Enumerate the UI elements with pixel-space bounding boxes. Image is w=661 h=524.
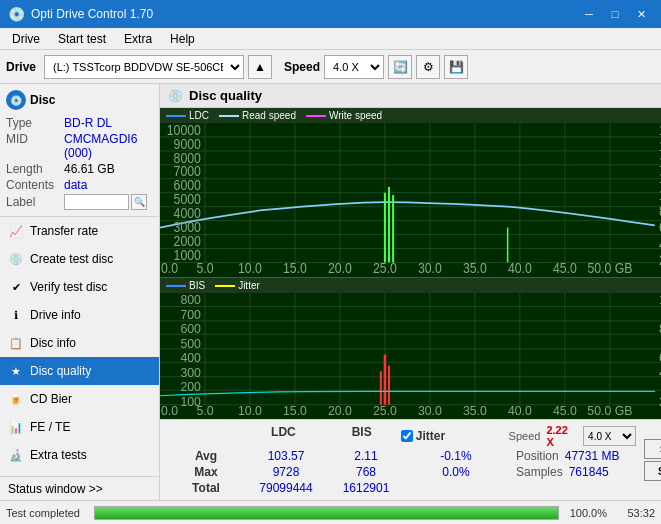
- menu-help[interactable]: Help: [162, 29, 203, 49]
- disc-label-search-button[interactable]: 🔍: [131, 194, 147, 210]
- avg-bis-value: 2.11: [326, 448, 406, 464]
- jitter-label: Jitter: [238, 280, 260, 291]
- statusbar: Test completed 100.0% 53:32: [0, 500, 661, 524]
- max-label: Max: [166, 464, 246, 480]
- nav-items: 📈 Transfer rate 💿 Create test disc ✔ Ver…: [0, 217, 159, 476]
- disc-type-row: Type BD-R DL: [6, 116, 153, 130]
- chart2-legend: BIS Jitter: [160, 278, 661, 293]
- bis-label: BIS: [189, 280, 205, 291]
- samples-group: Samples 761845: [516, 464, 609, 480]
- chart2-container: BIS Jitter: [160, 278, 661, 419]
- sidebar-item-extra-tests[interactable]: 🔬 Extra tests: [0, 441, 159, 469]
- sidebar-item-fe-te[interactable]: 📊 FE / TE: [0, 413, 159, 441]
- stats-total-row: Total 79099444 1612901: [166, 480, 636, 496]
- speed-stat-label: Speed: [509, 430, 541, 442]
- svg-text:10.0: 10.0: [238, 260, 262, 274]
- speed-select[interactable]: 4.0 X: [324, 55, 384, 79]
- sidebar-item-drive-info[interactable]: ℹ Drive info: [0, 301, 159, 329]
- menu-start-test[interactable]: Start test: [50, 29, 114, 49]
- transfer-rate-label: Transfer rate: [30, 224, 98, 238]
- start-part-button[interactable]: Start part: [644, 461, 661, 481]
- svg-text:50.0 GB: 50.0 GB: [587, 402, 632, 416]
- drive-select[interactable]: (L:) TSSTcorp BDDVDW SE-506CB TS02: [44, 55, 244, 79]
- sidebar-item-cd-bier[interactable]: 🍺 CD Bier: [0, 385, 159, 413]
- toolbar: Drive (L:) TSSTcorp BDDVDW SE-506CB TS02…: [0, 50, 661, 84]
- disc-label-row: Label 🔍: [6, 194, 153, 210]
- time-text: 53:32: [615, 507, 655, 519]
- start-full-button[interactable]: Start full: [644, 439, 661, 459]
- disc-length-row: Length 46.61 GB: [6, 162, 153, 176]
- sidebar-item-create-test-disc[interactable]: 💿 Create test disc: [0, 245, 159, 273]
- disc-contents-label: Contents: [6, 178, 64, 192]
- maximize-button[interactable]: □: [603, 4, 627, 24]
- ldc-color: [166, 115, 186, 117]
- sidebar-item-disc-info[interactable]: 📋 Disc info: [0, 329, 159, 357]
- legend-write: Write speed: [306, 110, 382, 121]
- sidebar-item-disc-quality[interactable]: ★ Disc quality: [0, 357, 159, 385]
- disc-quality-label: Disc quality: [30, 364, 91, 378]
- status-text: Test completed: [6, 507, 86, 519]
- speed-label: Speed: [284, 60, 320, 74]
- settings-button[interactable]: ⚙: [416, 55, 440, 79]
- svg-text:10.0: 10.0: [238, 402, 262, 416]
- ldc-label: LDC: [189, 110, 209, 121]
- stats-empty-cell: [166, 424, 244, 448]
- save-button[interactable]: 💾: [444, 55, 468, 79]
- menu-extra[interactable]: Extra: [116, 29, 160, 49]
- disc-label-label: Label: [6, 195, 64, 209]
- speed-stat-select[interactable]: 4.0 X: [583, 426, 636, 446]
- stats-area: LDC BIS Jitter Speed 2.22 X 4.0 X: [160, 419, 661, 500]
- total-ldc-value: 79099444: [246, 480, 326, 496]
- close-button[interactable]: ✕: [629, 4, 653, 24]
- eject-button[interactable]: ▲: [248, 55, 272, 79]
- disc-type-value: BD-R DL: [64, 116, 153, 130]
- refresh-button[interactable]: 🔄: [388, 55, 412, 79]
- sidebar: 💿 Disc Type BD-R DL MID CMCMAGDI6 (000) …: [0, 84, 160, 500]
- max-bis-value: 768: [326, 464, 406, 480]
- disc-mid-label: MID: [6, 132, 64, 160]
- stats-table: LDC BIS Jitter Speed 2.22 X 4.0 X: [166, 424, 636, 496]
- disc-label-input[interactable]: [64, 194, 129, 210]
- disc-type-label: Type: [6, 116, 64, 130]
- content-icon: 💿: [168, 89, 183, 103]
- menu-drive[interactable]: Drive: [4, 29, 48, 49]
- extra-tests-label: Extra tests: [30, 448, 87, 462]
- svg-text:5.0: 5.0: [196, 402, 213, 416]
- titlebar-controls: ─ □ ✕: [577, 4, 653, 24]
- progress-text: 100.0%: [567, 507, 607, 519]
- jitter-header-label: Jitter: [416, 429, 445, 443]
- svg-text:300: 300: [180, 364, 200, 380]
- stats-max-row: Max 9728 768 0.0% Samples 761845: [166, 464, 636, 480]
- status-window-button[interactable]: Status window >>: [0, 476, 159, 500]
- jitter-checkbox[interactable]: [401, 430, 413, 442]
- avg-ldc-value: 103.57: [246, 448, 326, 464]
- stats-row: LDC BIS Jitter Speed 2.22 X 4.0 X: [166, 424, 655, 496]
- svg-rect-55: [160, 293, 661, 416]
- verify-test-disc-icon: ✔: [8, 279, 24, 295]
- disc-contents-row: Contents data: [6, 178, 153, 192]
- disc-info-section: 💿 Disc Type BD-R DL MID CMCMAGDI6 (000) …: [0, 84, 159, 217]
- drive-info-icon: ℹ: [8, 307, 24, 323]
- speed-header-group: Speed 2.22 X 4.0 X: [509, 424, 637, 448]
- app-title: Opti Drive Control 1.70: [31, 7, 153, 21]
- sidebar-item-transfer-rate[interactable]: 📈 Transfer rate: [0, 217, 159, 245]
- samples-label: Samples: [516, 465, 563, 479]
- avg-label: Avg: [166, 448, 246, 464]
- disc-header: 💿 Disc: [6, 90, 153, 110]
- svg-text:5.0: 5.0: [196, 260, 213, 274]
- read-color: [219, 115, 239, 117]
- svg-text:30.0: 30.0: [418, 260, 442, 274]
- svg-text:20.0: 20.0: [328, 260, 352, 274]
- stats-bis-header: BIS: [323, 424, 401, 448]
- stats-ldc-header: LDC: [244, 424, 322, 448]
- sidebar-item-verify-test-disc[interactable]: ✔ Verify test disc: [0, 273, 159, 301]
- minimize-button[interactable]: ─: [577, 4, 601, 24]
- drive-label: Drive: [6, 60, 36, 74]
- svg-text:25.0: 25.0: [373, 260, 397, 274]
- svg-text:600: 600: [180, 321, 200, 337]
- content-area: 💿 Disc quality LDC Read speed: [160, 84, 661, 500]
- jitter-color: [215, 285, 235, 287]
- speed-stat-value: 2.22 X: [546, 424, 577, 448]
- disc-icon: 💿: [6, 90, 26, 110]
- verify-test-disc-label: Verify test disc: [30, 280, 107, 294]
